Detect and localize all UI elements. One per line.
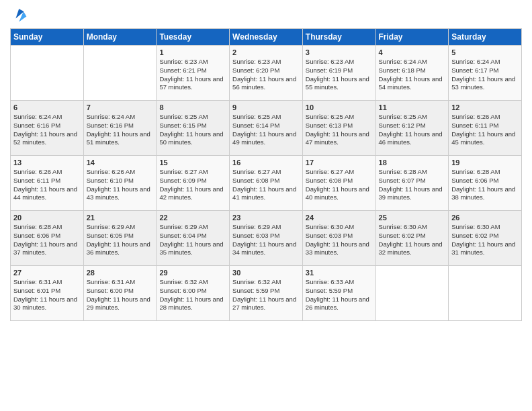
cell-5-5: 31Sunrise: 6:33 AM Sunset: 5:59 PM Dayli… — [302, 266, 375, 321]
calendar-table: SundayMondayTuesdayWednesdayThursdayFrid… — [10, 28, 522, 321]
col-header-saturday: Saturday — [449, 29, 522, 46]
cell-info: Sunrise: 6:23 AM Sunset: 6:20 PM Dayligh… — [232, 58, 300, 92]
week-row-4: 20Sunrise: 6:28 AM Sunset: 6:06 PM Dayli… — [11, 211, 522, 266]
day-number: 16 — [232, 158, 300, 167]
cell-1-3: 1Sunrise: 6:23 AM Sunset: 6:21 PM Daylig… — [157, 46, 230, 101]
day-number: 30 — [232, 269, 300, 277]
day-number: 8 — [159, 103, 226, 111]
day-number: 17 — [306, 158, 373, 167]
day-number: 12 — [451, 103, 519, 111]
cell-3-7: 19Sunrise: 6:28 AM Sunset: 6:06 PM Dayli… — [449, 156, 522, 211]
cell-4-6: 25Sunrise: 6:30 AM Sunset: 6:02 PM Dayli… — [375, 211, 449, 266]
day-number: 13 — [13, 158, 81, 167]
col-header-monday: Monday — [83, 29, 157, 46]
day-number: 20 — [13, 214, 81, 222]
day-number: 24 — [306, 214, 373, 222]
day-number: 11 — [379, 103, 446, 111]
day-number: 29 — [159, 269, 226, 277]
cell-info: Sunrise: 6:25 AM Sunset: 6:15 PM Dayligh… — [159, 113, 226, 147]
cell-info: Sunrise: 6:25 AM Sunset: 6:12 PM Dayligh… — [379, 113, 446, 147]
cell-4-7: 26Sunrise: 6:30 AM Sunset: 6:02 PM Dayli… — [449, 211, 522, 266]
cell-3-3: 15Sunrise: 6:27 AM Sunset: 6:09 PM Dayli… — [157, 156, 230, 211]
day-number: 26 — [451, 214, 519, 222]
cell-info: Sunrise: 6:24 AM Sunset: 6:18 PM Dayligh… — [379, 58, 446, 92]
day-number: 22 — [159, 214, 226, 222]
col-header-tuesday: Tuesday — [157, 29, 230, 46]
day-number: 21 — [87, 214, 154, 222]
cell-info: Sunrise: 6:26 AM Sunset: 6:11 PM Dayligh… — [451, 113, 519, 147]
cell-5-7 — [449, 266, 522, 321]
cell-5-2: 28Sunrise: 6:31 AM Sunset: 6:00 PM Dayli… — [83, 266, 157, 321]
cell-5-1: 27Sunrise: 6:31 AM Sunset: 6:01 PM Dayli… — [11, 266, 84, 321]
cell-info: Sunrise: 6:23 AM Sunset: 6:19 PM Dayligh… — [306, 58, 373, 92]
cell-info: Sunrise: 6:28 AM Sunset: 6:06 PM Dayligh… — [13, 223, 81, 257]
cell-5-3: 29Sunrise: 6:32 AM Sunset: 6:00 PM Dayli… — [157, 266, 230, 321]
cell-info: Sunrise: 6:30 AM Sunset: 6:02 PM Dayligh… — [451, 223, 519, 257]
day-number: 19 — [451, 158, 519, 167]
cell-3-6: 18Sunrise: 6:28 AM Sunset: 6:07 PM Dayli… — [375, 156, 449, 211]
day-number: 10 — [306, 103, 373, 111]
col-header-friday: Friday — [375, 29, 449, 46]
cell-info: Sunrise: 6:29 AM Sunset: 6:03 PM Dayligh… — [232, 223, 300, 257]
cell-info: Sunrise: 6:29 AM Sunset: 6:05 PM Dayligh… — [87, 223, 154, 257]
cell-2-2: 7Sunrise: 6:24 AM Sunset: 6:16 PM Daylig… — [83, 101, 157, 156]
cell-3-4: 16Sunrise: 6:27 AM Sunset: 6:08 PM Dayli… — [230, 156, 303, 211]
day-number: 3 — [306, 48, 373, 56]
cell-info: Sunrise: 6:31 AM Sunset: 6:01 PM Dayligh… — [13, 278, 81, 312]
cell-info: Sunrise: 6:28 AM Sunset: 6:06 PM Dayligh… — [451, 168, 519, 202]
cell-1-2 — [83, 46, 157, 101]
cell-1-6: 4Sunrise: 6:24 AM Sunset: 6:18 PM Daylig… — [375, 46, 449, 101]
cell-1-4: 2Sunrise: 6:23 AM Sunset: 6:20 PM Daylig… — [230, 46, 303, 101]
day-number: 9 — [232, 103, 300, 111]
logo — [10, 7, 28, 23]
col-header-wednesday: Wednesday — [230, 29, 303, 46]
cell-2-3: 8Sunrise: 6:25 AM Sunset: 6:15 PM Daylig… — [157, 101, 230, 156]
day-number: 18 — [379, 158, 446, 167]
page: SundayMondayTuesdayWednesdayThursdayFrid… — [0, 0, 532, 411]
cell-5-4: 30Sunrise: 6:32 AM Sunset: 5:59 PM Dayli… — [230, 266, 303, 321]
cell-info: Sunrise: 6:24 AM Sunset: 6:16 PM Dayligh… — [87, 113, 154, 147]
week-row-2: 6Sunrise: 6:24 AM Sunset: 6:16 PM Daylig… — [11, 101, 522, 156]
cell-info: Sunrise: 6:32 AM Sunset: 6:00 PM Dayligh… — [159, 278, 226, 312]
col-header-sunday: Sunday — [11, 29, 84, 46]
cell-info: Sunrise: 6:25 AM Sunset: 6:13 PM Dayligh… — [306, 113, 373, 147]
cell-4-2: 21Sunrise: 6:29 AM Sunset: 6:05 PM Dayli… — [83, 211, 157, 266]
day-number: 27 — [13, 269, 81, 277]
col-header-thursday: Thursday — [302, 29, 375, 46]
cell-4-4: 23Sunrise: 6:29 AM Sunset: 6:03 PM Dayli… — [230, 211, 303, 266]
cell-info: Sunrise: 6:24 AM Sunset: 6:17 PM Dayligh… — [451, 58, 519, 92]
day-number: 15 — [159, 158, 226, 167]
cell-4-3: 22Sunrise: 6:29 AM Sunset: 6:04 PM Dayli… — [157, 211, 230, 266]
cell-info: Sunrise: 6:24 AM Sunset: 6:16 PM Dayligh… — [13, 113, 81, 147]
cell-info: Sunrise: 6:30 AM Sunset: 6:03 PM Dayligh… — [306, 223, 373, 257]
cell-1-7: 5Sunrise: 6:24 AM Sunset: 6:17 PM Daylig… — [449, 46, 522, 101]
day-number: 25 — [379, 214, 446, 222]
cell-info: Sunrise: 6:29 AM Sunset: 6:04 PM Dayligh… — [159, 223, 226, 257]
day-number: 6 — [13, 103, 81, 111]
cell-info: Sunrise: 6:26 AM Sunset: 6:10 PM Dayligh… — [87, 168, 154, 202]
day-number: 1 — [159, 48, 226, 56]
cell-3-1: 13Sunrise: 6:26 AM Sunset: 6:11 PM Dayli… — [11, 156, 84, 211]
week-row-3: 13Sunrise: 6:26 AM Sunset: 6:11 PM Dayli… — [11, 156, 522, 211]
cell-info: Sunrise: 6:27 AM Sunset: 6:08 PM Dayligh… — [232, 168, 300, 202]
day-number: 14 — [87, 158, 154, 167]
cell-4-5: 24Sunrise: 6:30 AM Sunset: 6:03 PM Dayli… — [302, 211, 375, 266]
day-number: 23 — [232, 214, 300, 222]
day-number: 31 — [306, 269, 373, 277]
week-row-1: 1Sunrise: 6:23 AM Sunset: 6:21 PM Daylig… — [11, 46, 522, 101]
header — [10, 7, 522, 23]
cell-2-7: 12Sunrise: 6:26 AM Sunset: 6:11 PM Dayli… — [449, 101, 522, 156]
cell-info: Sunrise: 6:32 AM Sunset: 5:59 PM Dayligh… — [232, 278, 300, 312]
header-row: SundayMondayTuesdayWednesdayThursdayFrid… — [11, 29, 522, 46]
cell-1-1 — [11, 46, 84, 101]
cell-info: Sunrise: 6:33 AM Sunset: 5:59 PM Dayligh… — [306, 278, 373, 312]
day-number: 28 — [87, 269, 154, 277]
cell-3-2: 14Sunrise: 6:26 AM Sunset: 6:10 PM Dayli… — [83, 156, 157, 211]
week-row-5: 27Sunrise: 6:31 AM Sunset: 6:01 PM Dayli… — [11, 266, 522, 321]
cell-5-6 — [375, 266, 449, 321]
cell-2-1: 6Sunrise: 6:24 AM Sunset: 6:16 PM Daylig… — [11, 101, 84, 156]
cell-info: Sunrise: 6:30 AM Sunset: 6:02 PM Dayligh… — [379, 223, 446, 257]
cell-2-6: 11Sunrise: 6:25 AM Sunset: 6:12 PM Dayli… — [375, 101, 449, 156]
cell-info: Sunrise: 6:27 AM Sunset: 6:08 PM Dayligh… — [306, 168, 373, 202]
cell-4-1: 20Sunrise: 6:28 AM Sunset: 6:06 PM Dayli… — [11, 211, 84, 266]
